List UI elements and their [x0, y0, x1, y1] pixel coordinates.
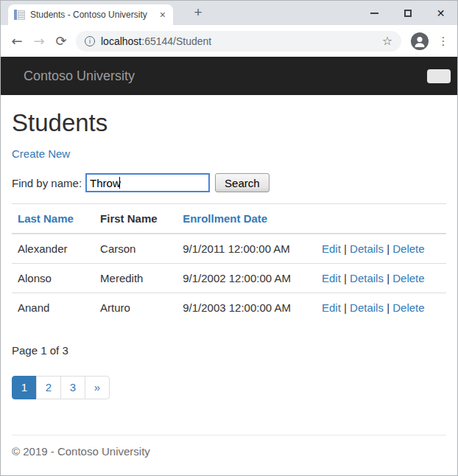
browser-window: { "browser": { "tab_title": "Students - … [0, 0, 458, 476]
back-button[interactable]: ← [7, 31, 27, 52]
search-input[interactable] [85, 173, 210, 192]
forward-button[interactable]: → [29, 31, 49, 52]
create-new-link[interactable]: Create New [12, 147, 70, 160]
maximize-icon [404, 10, 412, 17]
cell-enrollment-date: 9/1/2002 12:00:00 AM [177, 264, 316, 293]
site-info-icon[interactable]: i [85, 36, 95, 46]
url-text: localhost:65144/Student [101, 35, 211, 47]
new-tab-button[interactable]: + [189, 3, 208, 22]
cell-first-name: Arturo [94, 293, 177, 323]
address-bar[interactable]: i localhost:65144/Student ☆ [76, 31, 401, 52]
pagination-page-1[interactable]: 1 [12, 376, 37, 399]
person-icon [411, 32, 429, 50]
action-separator: | [387, 272, 390, 284]
page-favicon-icon [14, 10, 25, 20]
url-path: :65144/Student [141, 35, 211, 47]
search-form: Find by name: Search [12, 173, 446, 192]
minimize-icon [370, 13, 378, 14]
text-caret [119, 177, 120, 189]
action-separator: | [344, 242, 347, 255]
close-window-button[interactable]: ✕ [424, 1, 457, 25]
cell-last-name: Anand [12, 293, 94, 323]
table-header-row: Last Name First Name Enrollment Date [12, 204, 446, 234]
refresh-button[interactable]: ⟳ [51, 31, 71, 52]
cell-first-name: Meredith [94, 264, 177, 293]
window-controls: ✕ [358, 1, 457, 25]
delete-link[interactable]: Delete [392, 272, 424, 284]
pagination: 1 2 3 » [12, 376, 110, 399]
page-content: Students Create New Find by name: Search… [1, 109, 457, 399]
navbar-toggler-button[interactable] [427, 69, 451, 83]
cell-enrollment-date: 9/1/2011 12:00:00 AM [177, 234, 316, 264]
browser-toolbar: ← → ⟳ i localhost:65144/Student ☆ ⋮ [1, 25, 457, 57]
minimize-button[interactable] [358, 1, 391, 25]
maximize-button[interactable] [391, 1, 424, 25]
details-link[interactable]: Details [350, 242, 384, 255]
students-table: Last Name First Name Enrollment Date Ale… [12, 203, 446, 322]
cell-actions: Edit | Details | Delete [316, 264, 446, 293]
edit-link[interactable]: Edit [322, 272, 341, 284]
cell-actions: Edit | Details | Delete [316, 234, 446, 264]
search-input-wrap [85, 173, 210, 192]
table-row: Alexander Carson 9/1/2011 12:00:00 AM Ed… [12, 234, 446, 264]
edit-link[interactable]: Edit [322, 242, 341, 255]
tab-title: Students - Contoso University [30, 10, 153, 20]
delete-link[interactable]: Delete [392, 301, 424, 314]
url-host: localhost [101, 35, 141, 47]
search-button[interactable]: Search [215, 173, 269, 192]
tab-close-icon[interactable]: × [158, 8, 167, 21]
table-row: Anand Arturo 9/1/2003 12:00:00 AM Edit |… [12, 293, 446, 323]
pagination-page-2[interactable]: 2 [37, 376, 61, 399]
copyright-text: © 2019 - Contoso University [12, 445, 150, 458]
delete-link[interactable]: Delete [392, 242, 424, 255]
action-separator: | [344, 301, 347, 314]
navbar-brand-link[interactable]: Contoso University [24, 69, 135, 84]
sort-enrollment-date-link[interactable]: Enrollment Date [183, 212, 267, 225]
table-row: Alonso Meredith 9/1/2002 12:00:00 AM Edi… [12, 264, 446, 293]
pagination-page-3[interactable]: 3 [61, 376, 85, 399]
cell-enrollment-date: 9/1/2003 12:00:00 AM [177, 293, 316, 323]
cell-first-name: Carson [94, 234, 177, 264]
cell-actions: Edit | Details | Delete [316, 293, 446, 323]
site-navbar: Contoso University [1, 57, 457, 95]
browser-menu-icon[interactable]: ⋮ [435, 35, 451, 48]
browser-tab[interactable]: Students - Contoso University × [8, 4, 173, 25]
pagination-next[interactable]: » [85, 376, 110, 399]
profile-avatar[interactable] [411, 32, 429, 50]
action-separator: | [387, 242, 390, 255]
page-info: Page 1 of 3 [12, 344, 446, 357]
action-separator: | [344, 272, 347, 284]
browser-tab-bar: Students - Contoso University × + ✕ [1, 1, 457, 25]
first-name-header: First Name [100, 212, 158, 225]
page-title: Students [12, 109, 446, 137]
bookmark-star-icon[interactable]: ☆ [382, 34, 392, 48]
close-icon: ✕ [437, 8, 445, 18]
cell-last-name: Alexander [12, 234, 94, 264]
action-separator: | [387, 301, 390, 314]
details-link[interactable]: Details [350, 272, 384, 284]
cell-last-name: Alonso [12, 264, 94, 293]
sort-last-name-link[interactable]: Last Name [18, 212, 74, 225]
find-by-name-label: Find by name: [12, 177, 82, 189]
details-link[interactable]: Details [350, 301, 384, 314]
edit-link[interactable]: Edit [322, 301, 341, 314]
site-footer: © 2019 - Contoso University [12, 435, 446, 473]
